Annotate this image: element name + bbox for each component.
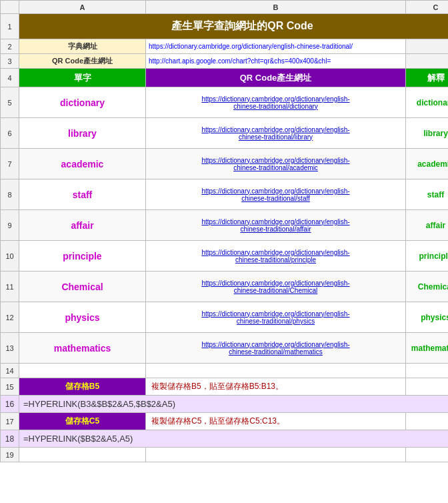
url-8[interactable]: https://dictionary.cambridge.org/diction…: [146, 179, 406, 210]
word-11: Chemical: [19, 272, 146, 302]
row-4: 4 單字 QR Code產生網址 解釋: [1, 69, 449, 87]
row-num-15: 15: [1, 378, 19, 396]
row-num-18: 18: [1, 430, 19, 448]
row-14-b: [146, 364, 406, 378]
header-def: 解釋: [406, 69, 449, 87]
corner-cell: [1, 1, 19, 14]
def-11: Chemical: [406, 272, 449, 302]
row-14-a: [19, 364, 146, 378]
row-num-2: 2: [1, 39, 19, 54]
row-num-8: 8: [1, 179, 19, 210]
url-6[interactable]: https://dictionary.cambridge.org/diction…: [146, 118, 406, 149]
row-2: 2 字典網址 https://dictionary.cambridge.org/…: [1, 39, 449, 54]
def-6: library: [406, 118, 449, 149]
row-num-17: 17: [1, 413, 19, 430]
word-8: staff: [19, 179, 146, 210]
row-3-c: [406, 54, 449, 69]
def-10: principle: [406, 241, 449, 272]
data-row-10: 10 principle https://dictionary.cambridg…: [1, 241, 449, 272]
data-row-6: 6 library https://dictionary.cambridge.o…: [1, 118, 449, 149]
url-5[interactable]: https://dictionary.cambridge.org/diction…: [146, 87, 406, 118]
row-19-b: [146, 448, 406, 462]
data-row-8: 8 staff https://dictionary.cambridge.org…: [1, 179, 449, 210]
data-row-13: 13 mathematics https://dictionary.cambri…: [1, 333, 449, 364]
row-num-6: 6: [1, 118, 19, 149]
row-17-c: [406, 413, 449, 430]
header-word: 單字: [19, 69, 146, 87]
word-7: academic: [19, 149, 146, 179]
data-row-5: 5 dictionary https://dictionary.cambridg…: [1, 87, 449, 118]
url-12[interactable]: https://dictionary.cambridge.org/diction…: [146, 302, 406, 333]
qr-url-value: http://chart.apis.google.com/chart?cht=q…: [146, 54, 406, 69]
row-15: 15 儲存格B5 複製儲存格B5，貼至儲存格B5:B13。: [1, 378, 449, 396]
row-19-c: [406, 448, 449, 462]
row-14-c: [406, 364, 449, 378]
col-header-row: A B C: [1, 1, 449, 14]
spreadsheet: A B C 1 產生單字查詢網址的QR Code 2 字典網址 https://…: [0, 0, 448, 462]
def-13: mathematics: [406, 333, 449, 364]
url-link-9[interactable]: https://dictionary.cambridge.org/diction…: [201, 218, 349, 233]
def-12: physics: [406, 302, 449, 333]
word-10: principle: [19, 241, 146, 272]
row-num-14: 14: [1, 364, 19, 378]
row-num-9: 9: [1, 210, 19, 241]
url-link-8[interactable]: https://dictionary.cambridge.org/diction…: [201, 187, 349, 202]
data-row-11: 11 Chemical https://dictionary.cambridge…: [1, 272, 449, 302]
word-13: mathematics: [19, 333, 146, 364]
def-9: affair: [406, 210, 449, 241]
row-num-3: 3: [1, 54, 19, 69]
url-link-5[interactable]: https://dictionary.cambridge.org/diction…: [201, 95, 349, 110]
url-10[interactable]: https://dictionary.cambridge.org/diction…: [146, 241, 406, 272]
b5-hint-text: 複製儲存格B5，貼至儲存格B5:B13。: [146, 378, 406, 396]
row-num-5: 5: [1, 87, 19, 118]
c5-label: 儲存格C5: [19, 413, 146, 430]
url-link-11[interactable]: https://dictionary.cambridge.org/diction…: [201, 280, 349, 294]
url-13[interactable]: https://dictionary.cambridge.org/diction…: [146, 333, 406, 364]
row-num-13: 13: [1, 333, 19, 364]
url-link-6[interactable]: https://dictionary.cambridge.org/diction…: [201, 126, 349, 141]
url-link-13[interactable]: https://dictionary.cambridge.org/diction…: [201, 341, 349, 356]
url-link-12[interactable]: https://dictionary.cambridge.org/diction…: [201, 310, 349, 325]
row-num-4: 4: [1, 69, 19, 87]
row-num-7: 7: [1, 149, 19, 179]
word-5: dictionary: [19, 87, 146, 118]
word-6: library: [19, 118, 146, 149]
col-a-header: A: [19, 1, 146, 14]
row-19: 19: [1, 448, 449, 462]
row-19-a: [19, 448, 146, 462]
row-num-12: 12: [1, 302, 19, 333]
row-num-10: 10: [1, 241, 19, 272]
url-link-10[interactable]: https://dictionary.cambridge.org/diction…: [201, 249, 349, 264]
url-7[interactable]: https://dictionary.cambridge.org/diction…: [146, 149, 406, 179]
col-c-header: C: [406, 1, 449, 14]
b5-label: 儲存格B5: [19, 378, 146, 396]
row-1: 1 產生單字查詢網址的QR Code: [1, 14, 449, 39]
c5-hint-text: 複製儲存格C5，貼至儲存格C5:C13。: [146, 413, 406, 430]
header-url: QR Code產生網址: [146, 69, 406, 87]
title-cell: 產生單字查詢網址的QR Code: [19, 14, 449, 39]
row-num-11: 11: [1, 272, 19, 302]
row-14: 14: [1, 364, 449, 378]
row-num-1: 1: [1, 14, 19, 39]
row-num-19: 19: [1, 448, 19, 462]
word-9: affair: [19, 210, 146, 241]
formula-c5: =HYPERLINK($B$2&A5,A5): [19, 430, 449, 448]
formula-b5: =HYPERLINK(B3&$B$2&A5,$B$2&A5): [19, 396, 449, 413]
row-18: 18 =HYPERLINK($B$2&A5,A5): [1, 430, 449, 448]
col-b-header: B: [146, 1, 406, 14]
dict-url-label: 字典網址: [19, 39, 146, 54]
row-3: 3 QR Code產生網址 http://chart.apis.google.c…: [1, 54, 449, 69]
qr-url-label: QR Code產生網址: [19, 54, 146, 69]
row-15-c: [406, 378, 449, 396]
row-16: 16 =HYPERLINK(B3&$B$2&A5,$B$2&A5): [1, 396, 449, 413]
url-9[interactable]: https://dictionary.cambridge.org/diction…: [146, 210, 406, 241]
def-5: dictionary: [406, 87, 449, 118]
word-12: physics: [19, 302, 146, 333]
data-row-9: 9 affair https://dictionary.cambridge.or…: [1, 210, 449, 241]
row-num-16: 16: [1, 396, 19, 413]
url-11[interactable]: https://dictionary.cambridge.org/diction…: [146, 272, 406, 302]
data-row-7: 7 academic https://dictionary.cambridge.…: [1, 149, 449, 179]
row-17: 17 儲存格C5 複製儲存格C5，貼至儲存格C5:C13。: [1, 413, 449, 430]
row-2-c: [406, 39, 449, 54]
url-link-7[interactable]: https://dictionary.cambridge.org/diction…: [201, 157, 349, 171]
